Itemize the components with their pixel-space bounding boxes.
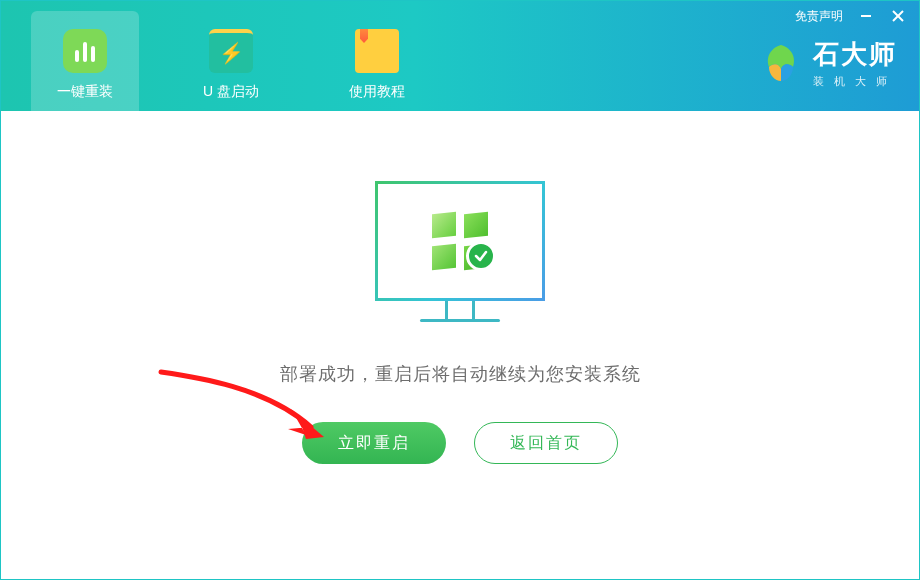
home-button[interactable]: 返回首页 bbox=[474, 422, 618, 464]
brand-name: 石大师 bbox=[813, 37, 897, 72]
button-row: 立即重启 返回首页 bbox=[302, 422, 618, 464]
bars-icon bbox=[63, 29, 107, 73]
brand-subtitle: 装机大师 bbox=[813, 74, 897, 89]
titlebar: 免责声明 bbox=[795, 7, 907, 25]
close-button[interactable] bbox=[889, 7, 907, 25]
tab-usb-boot[interactable]: ⚡ U 盘启动 bbox=[177, 11, 285, 111]
check-icon bbox=[466, 241, 496, 271]
brand-logo-icon bbox=[759, 41, 803, 85]
tab-tutorial[interactable]: 使用教程 bbox=[323, 11, 431, 111]
tab-label: 一键重装 bbox=[57, 83, 113, 101]
app-window: 免责声明 一键重装 ⚡ U 盘启动 bbox=[0, 0, 920, 580]
minimize-button[interactable] bbox=[857, 7, 875, 25]
tabs: 一键重装 ⚡ U 盘启动 使用教程 bbox=[1, 1, 431, 111]
main-content: 部署成功，重启后将自动继续为您安装系统 立即重启 返回首页 bbox=[1, 111, 919, 579]
book-icon bbox=[355, 29, 399, 73]
tab-label: U 盘启动 bbox=[203, 83, 259, 101]
lightning-icon: ⚡ bbox=[209, 29, 253, 73]
status-message: 部署成功，重启后将自动继续为您安装系统 bbox=[280, 362, 641, 386]
monitor-illustration bbox=[375, 181, 545, 322]
disclaimer-link[interactable]: 免责声明 bbox=[795, 8, 843, 25]
tab-reinstall[interactable]: 一键重装 bbox=[31, 11, 139, 111]
restart-button[interactable]: 立即重启 bbox=[302, 422, 446, 464]
brand: 石大师 装机大师 bbox=[759, 37, 897, 89]
windows-icon bbox=[432, 213, 488, 269]
tab-label: 使用教程 bbox=[349, 83, 405, 101]
header: 免责声明 一键重装 ⚡ U 盘启动 bbox=[1, 1, 919, 111]
